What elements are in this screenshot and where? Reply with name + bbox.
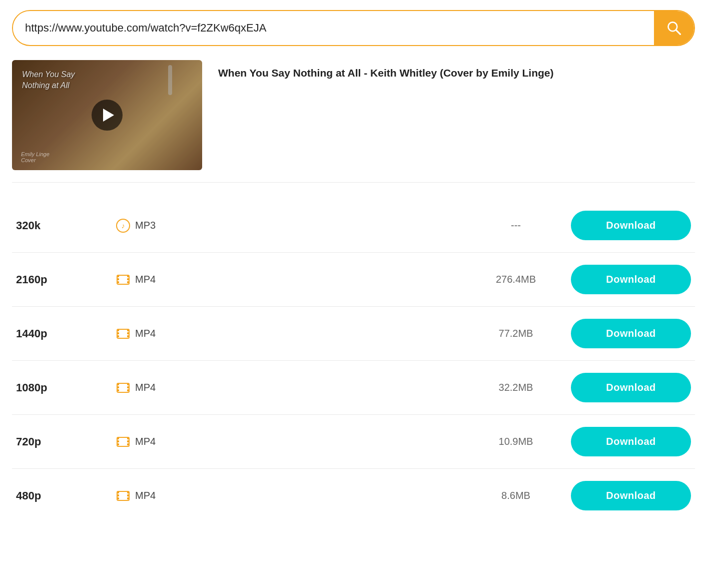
mp4-icon xyxy=(116,273,130,287)
mp4-icon xyxy=(116,327,130,341)
svg-rect-32 xyxy=(117,494,119,496)
svg-rect-27 xyxy=(127,437,129,439)
svg-rect-15 xyxy=(127,335,129,337)
search-button[interactable] xyxy=(654,11,694,45)
action-column: Download xyxy=(561,373,691,402)
svg-rect-34 xyxy=(127,491,129,493)
format-label: MP4 xyxy=(135,382,156,393)
svg-rect-7 xyxy=(127,278,129,280)
download-row: 1080p MP432.2MBDownload xyxy=(12,361,695,415)
format-label: MP4 xyxy=(135,436,156,447)
quality-label: 1440p xyxy=(16,327,116,340)
download-button[interactable]: Download xyxy=(571,319,691,348)
file-size: 10.9MB xyxy=(471,436,561,447)
svg-rect-10 xyxy=(117,329,119,331)
action-column: Download xyxy=(561,427,691,456)
mp4-icon xyxy=(116,381,130,395)
quality-label: 480p xyxy=(16,489,116,502)
quality-label: 720p xyxy=(16,435,116,448)
file-size: 8.6MB xyxy=(471,490,561,501)
download-row: 2160p MP4276.4MBDownload xyxy=(12,253,695,307)
svg-rect-12 xyxy=(117,335,119,337)
svg-rect-4 xyxy=(117,278,119,280)
file-size: --- xyxy=(471,220,561,231)
download-row: 720p MP410.9MBDownload xyxy=(12,415,695,469)
action-column: Download xyxy=(561,265,691,294)
format-column: MP4 xyxy=(116,327,471,341)
download-button[interactable]: Download xyxy=(571,373,691,402)
svg-rect-11 xyxy=(117,332,119,334)
action-column: Download xyxy=(561,319,691,348)
format-column: MP4 xyxy=(116,435,471,449)
svg-rect-35 xyxy=(127,494,129,496)
search-bar xyxy=(12,10,695,46)
video-title: When You Say Nothing at All - Keith Whit… xyxy=(218,60,554,81)
download-button[interactable]: Download xyxy=(571,481,691,510)
microphone-decoration xyxy=(168,65,172,95)
mp4-icon xyxy=(116,435,130,449)
svg-rect-14 xyxy=(127,332,129,334)
action-column: Download xyxy=(561,211,691,240)
format-label: MP3 xyxy=(135,220,156,231)
file-size: 276.4MB xyxy=(471,274,561,285)
quality-label: 2160p xyxy=(16,273,116,286)
video-section: When You Say Nothing at All Emily LingeC… xyxy=(12,60,695,183)
svg-rect-36 xyxy=(127,497,129,499)
svg-line-1 xyxy=(676,30,680,34)
format-column: MP4 xyxy=(116,273,471,287)
svg-rect-5 xyxy=(117,281,119,283)
svg-rect-17 xyxy=(117,383,119,385)
format-column: MP4 xyxy=(116,489,471,503)
svg-rect-28 xyxy=(127,440,129,442)
download-button[interactable]: Download xyxy=(571,265,691,294)
video-thumbnail[interactable]: When You Say Nothing at All Emily LingeC… xyxy=(12,60,202,170)
action-column: Download xyxy=(561,481,691,510)
svg-rect-26 xyxy=(117,443,119,445)
svg-rect-22 xyxy=(127,389,129,391)
format-column: MP4 xyxy=(116,381,471,395)
download-row: 1440p MP477.2MBDownload xyxy=(12,307,695,361)
search-input[interactable] xyxy=(13,13,654,44)
format-label: MP4 xyxy=(135,274,156,285)
mp4-icon xyxy=(116,489,130,503)
svg-rect-24 xyxy=(117,437,119,439)
play-button[interactable] xyxy=(92,100,123,131)
svg-rect-21 xyxy=(127,386,129,388)
file-size: 77.2MB xyxy=(471,328,561,339)
svg-rect-33 xyxy=(117,497,119,499)
quality-label: 1080p xyxy=(16,381,116,394)
thumbnail-text: When You Say Nothing at All xyxy=(22,69,75,92)
format-label: MP4 xyxy=(135,328,156,339)
thumbnail-watermark: Emily LingeCover xyxy=(21,151,50,163)
search-icon xyxy=(666,20,682,36)
download-button[interactable]: Download xyxy=(571,211,691,240)
mp3-icon: ♪ xyxy=(116,219,130,233)
svg-rect-31 xyxy=(117,491,119,493)
svg-rect-20 xyxy=(127,383,129,385)
svg-rect-18 xyxy=(117,386,119,388)
download-row: 320k♪MP3---Download xyxy=(12,199,695,253)
quality-label: 320k xyxy=(16,219,116,232)
svg-rect-19 xyxy=(117,389,119,391)
format-column: ♪MP3 xyxy=(116,219,471,233)
format-label: MP4 xyxy=(135,490,156,501)
svg-rect-25 xyxy=(117,440,119,442)
download-row: 480p MP48.6MBDownload xyxy=(12,469,695,522)
file-size: 32.2MB xyxy=(471,382,561,393)
svg-rect-13 xyxy=(127,329,129,331)
download-button[interactable]: Download xyxy=(571,427,691,456)
svg-rect-29 xyxy=(127,443,129,445)
svg-rect-3 xyxy=(117,275,119,277)
svg-rect-6 xyxy=(127,275,129,277)
svg-rect-8 xyxy=(127,281,129,283)
download-rows: 320k♪MP3---Download2160p MP4276.4MBDownl… xyxy=(12,199,695,522)
